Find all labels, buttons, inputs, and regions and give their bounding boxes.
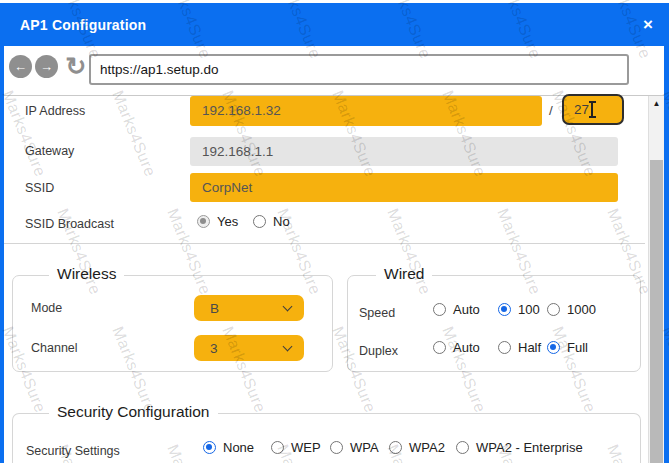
security-section: Security Configuration Security Settings… [12,413,641,463]
mode-selected-value: B [210,301,219,316]
vertical-scrollbar[interactable]: ▲ [648,96,664,463]
window-border-right [664,3,669,463]
security-wep-option[interactable]: WEP [271,440,321,455]
section-divider [4,243,645,244]
ssid-label: SSID [25,181,54,195]
chevron-down-icon [283,342,293,352]
security-wpa2-enterprise-option[interactable]: WPA2 - Enterprise [456,440,583,455]
forward-button[interactable]: → [35,55,58,78]
scroll-up-icon[interactable]: ▲ [649,96,664,111]
gateway-input[interactable]: 192.168.1.1 [190,137,618,166]
refresh-icon: ↻ [66,52,87,81]
title-bar: AP1 Configuration × [0,3,669,46]
yes-option-label: Yes [217,214,238,229]
speed-100-label: 100 [518,302,540,317]
radio-icon[interactable] [389,441,402,454]
security-none-option[interactable]: None [203,440,254,455]
security-wep-label: WEP [291,440,321,455]
browser-toolbar: ← → ↻ https://ap1.setup.do [4,46,665,96]
speed-100-option[interactable]: 100 [498,302,540,317]
ssid-broadcast-no-option[interactable]: No [253,214,290,229]
refresh-button[interactable]: ↻ [62,49,90,83]
duplex-auto-option[interactable]: Auto [433,340,480,355]
speed-1000-option[interactable]: 1000 [547,302,596,317]
text-cursor-icon [591,102,593,117]
settings-form: IP Address 192.168.1.32 / 27 Gateway 192… [4,96,645,463]
duplex-full-option[interactable]: Full [547,340,588,355]
speed-label: Speed [359,306,395,320]
back-button[interactable]: ← [9,55,32,78]
wireless-section: Wireless Mode B Channel 3 [12,275,333,372]
cidr-separator: / [549,103,553,118]
channel-label: Channel [31,341,78,355]
radio-selected-icon[interactable] [203,441,216,454]
security-settings-label: Security Settings [26,444,120,458]
no-option-label: No [273,214,290,229]
wired-section: Wired Speed Auto 100 1000 Duplex Auto [347,275,641,372]
speed-auto-label: Auto [453,302,480,317]
window-border-left [0,3,4,463]
duplex-half-option[interactable]: Half [498,340,541,355]
gateway-label: Gateway [25,144,74,158]
wireless-legend: Wireless [49,265,124,283]
duplex-full-label: Full [567,340,588,355]
forward-arrow-icon: → [40,59,53,74]
radio-selected-icon[interactable] [547,341,560,354]
duplex-auto-label: Auto [453,340,480,355]
security-wpa-label: WPA [350,440,379,455]
security-wpa2-enterprise-label: WPA2 - Enterprise [476,440,583,455]
security-wpa-option[interactable]: WPA [330,440,379,455]
security-wpa2-option[interactable]: WPA2 [389,440,445,455]
radio-icon[interactable] [498,341,511,354]
back-arrow-icon: ← [14,59,27,74]
chevron-down-icon [283,302,293,312]
ssid-input[interactable]: CorpNet [190,173,618,202]
radio-icon[interactable] [330,441,343,454]
close-icon[interactable]: × [643,16,653,33]
wired-legend: Wired [376,265,432,283]
speed-1000-label: 1000 [567,302,596,317]
radio-yes-selected-icon[interactable] [197,215,210,228]
mode-label: Mode [31,301,62,315]
security-none-label: None [223,440,254,455]
security-wpa2-label: WPA2 [409,440,445,455]
radio-icon[interactable] [547,303,560,316]
mode-dropdown[interactable]: B [194,295,304,321]
url-input[interactable]: https://ap1.setup.do [89,54,629,85]
duplex-label: Duplex [359,344,398,358]
ap1-configuration-dialog: AP1 Configuration × ← → ↻ https://ap1.se… [0,0,669,463]
radio-icon[interactable] [456,441,469,454]
security-legend: Security Configuration [49,403,218,421]
radio-icon[interactable] [271,441,284,454]
radio-no-icon[interactable] [253,215,266,228]
ssid-broadcast-label: SSID Broadcast [25,217,114,231]
duplex-half-label: Half [518,340,541,355]
radio-icon[interactable] [433,341,446,354]
radio-selected-icon[interactable] [498,303,511,316]
radio-icon[interactable] [433,303,446,316]
scrollbar-thumb[interactable] [650,160,663,463]
ip-address-label: IP Address [25,104,85,118]
ip-address-input[interactable]: 192.168.1.32 [190,96,542,126]
channel-selected-value: 3 [210,341,218,356]
channel-dropdown[interactable]: 3 [194,335,304,361]
dialog-title: AP1 Configuration [20,17,146,33]
cidr-prefix-input[interactable]: 27 [562,94,624,125]
ssid-broadcast-yes-option[interactable]: Yes [197,214,238,229]
cidr-prefix-value: 27 [574,102,589,117]
speed-auto-option[interactable]: Auto [433,302,480,317]
